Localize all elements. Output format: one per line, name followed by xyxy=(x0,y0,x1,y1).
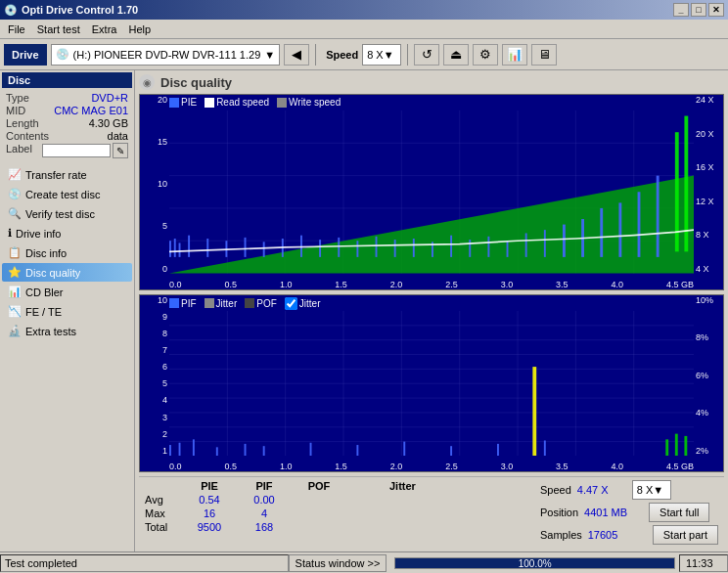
app-title: Opti Drive Control 1.70 xyxy=(22,4,138,16)
svg-rect-25 xyxy=(356,241,358,257)
svg-marker-12 xyxy=(169,176,694,274)
start-full-button[interactable]: Start full xyxy=(649,503,709,522)
svg-rect-34 xyxy=(525,233,527,256)
legend-pif: PIF xyxy=(169,298,197,309)
minimize-button[interactable]: _ xyxy=(673,3,689,17)
legend-jitter-label: Jitter xyxy=(216,298,238,309)
disc-label-field[interactable] xyxy=(42,144,111,157)
disc-label-input-group: ✎ xyxy=(42,143,128,158)
svg-rect-62 xyxy=(179,442,181,456)
disc-length-label: Length xyxy=(6,117,39,129)
progress-percent: 100.0% xyxy=(519,558,552,570)
svg-rect-74 xyxy=(665,439,668,456)
transfer-rate-icon: 📈 xyxy=(8,168,22,181)
menu-start-test[interactable]: Start test xyxy=(31,22,86,36)
samples-value: 17605 xyxy=(588,529,647,541)
total-label: Total xyxy=(145,521,174,533)
titlebar-controls[interactable]: _ □ ✕ xyxy=(673,3,724,17)
top-chart-y-right: 24 X 20 X 16 X 12 X 8 X 4 X xyxy=(694,95,723,274)
status-window-button[interactable]: Status window >> xyxy=(289,554,387,572)
avg-pif: 0.00 xyxy=(245,494,284,506)
speed-value: 8 X xyxy=(367,49,384,61)
toolbar-separator xyxy=(315,44,316,66)
stats-right: Speed 4.47 X 8 X ▼ Position 4401 MB Star… xyxy=(540,480,718,545)
status-message: Test completed xyxy=(5,557,77,569)
jitter-checkbox[interactable]: Jitter xyxy=(285,297,321,310)
sidebar-item-extra-tests[interactable]: 🔬 Extra tests xyxy=(2,322,132,340)
legend-pif-label: PIF xyxy=(181,298,197,309)
svg-rect-66 xyxy=(263,446,265,456)
bottom-chart: PIF Jitter POF Jitter xyxy=(139,294,724,472)
menu-file[interactable]: File xyxy=(2,22,31,36)
toolbar-extra-button[interactable]: 🖥 xyxy=(531,44,557,66)
sidebar-item-create-test-disc[interactable]: 💿 Create test disc xyxy=(2,185,132,203)
bottom-chart-legend: PIF Jitter POF Jitter xyxy=(169,297,320,310)
speed-select[interactable]: 8 X ▼ xyxy=(632,480,671,500)
disc-length-row: Length 4.30 GB xyxy=(6,117,128,129)
content-title-icon: ◉ xyxy=(139,74,155,90)
sidebar-item-fe-te[interactable]: 📉 FE / TE xyxy=(2,302,132,321)
max-label: Max xyxy=(145,507,174,519)
drive-dropdown[interactable]: 💿 (H:) PIONEER DVD-RW DVR-111 1.29 ▼ xyxy=(51,44,281,66)
menu-extra[interactable]: Extra xyxy=(86,22,123,36)
toolbar-eject-button[interactable]: ⏏ xyxy=(443,44,469,66)
menu-help[interactable]: Help xyxy=(122,22,157,36)
drive-info-icon: ℹ xyxy=(8,227,12,240)
titlebar-left: 💿 Opti Drive Control 1.70 xyxy=(4,4,138,17)
sidebar-item-disc-info[interactable]: 📋 Disc info xyxy=(2,243,132,262)
main-layout: Disc Type DVD+R MID CMC MAG E01 Length 4… xyxy=(0,70,728,551)
legend-jitter: Jitter xyxy=(205,298,238,309)
svg-rect-70 xyxy=(450,446,452,456)
cd-bler-icon: 📊 xyxy=(8,286,22,298)
top-chart-plot xyxy=(169,110,694,274)
disc-label-row: Label ✎ xyxy=(6,143,128,158)
top-chart-y-left: 20 15 10 5 0 xyxy=(140,95,169,274)
sidebar-item-drive-info[interactable]: ℹ Drive info xyxy=(2,224,132,242)
content-title: Disc quality xyxy=(160,75,232,90)
disc-type-value: DVD+R xyxy=(91,92,128,104)
sidebar-item-transfer-rate[interactable]: 📈 Transfer rate xyxy=(2,165,132,184)
start-part-button[interactable]: Start part xyxy=(653,525,718,545)
avg-label: Avg xyxy=(145,494,174,506)
max-pif: 4 xyxy=(245,507,284,519)
disc-info-section: Type DVD+R MID CMC MAG E01 Length 4.30 G… xyxy=(2,90,132,161)
avg-pof xyxy=(299,494,339,506)
disc-label-btn[interactable]: ✎ xyxy=(113,143,128,158)
bottom-chart-plot xyxy=(169,311,694,456)
toolbar-info-button[interactable]: 📊 xyxy=(502,44,527,66)
sidebar-item-label: Create test disc xyxy=(25,189,100,200)
sidebar-item-cd-bler[interactable]: 📊 CD Bler xyxy=(2,283,132,301)
svg-rect-32 xyxy=(487,237,489,257)
sidebar-item-verify-test-disc[interactable]: 🔍 Verify test disc xyxy=(2,204,132,223)
speed-stat-label: Speed xyxy=(540,484,571,496)
disc-quality-icon: ⭐ xyxy=(8,266,22,279)
stats-table: PIE PIF POF Jitter Avg 0.54 0.00 Max xyxy=(145,480,416,545)
legend-read-label: Read speed xyxy=(216,97,269,108)
svg-rect-31 xyxy=(469,240,471,257)
svg-rect-20 xyxy=(263,242,265,257)
disc-length-value: 4.30 GB xyxy=(89,117,128,129)
bottom-chart-y-left: 10 9 8 7 6 5 4 3 2 1 xyxy=(140,295,169,456)
top-chart-legend: PIE Read speed Write speed xyxy=(169,97,341,108)
toolbar-settings-button[interactable]: ⚙ xyxy=(473,44,498,66)
close-button[interactable]: ✕ xyxy=(708,3,724,17)
legend-write-label: Write speed xyxy=(289,97,341,108)
svg-rect-67 xyxy=(310,442,312,456)
jitter-check-input[interactable] xyxy=(285,297,297,310)
max-pie: 16 xyxy=(190,507,229,519)
svg-rect-23 xyxy=(319,240,321,257)
toolbar-back-button[interactable]: ◀ xyxy=(284,44,309,66)
position-label: Position xyxy=(540,507,578,518)
speed-dropdown[interactable]: 8 X ▼ xyxy=(362,44,401,66)
toolbar-refresh-button[interactable]: ↺ xyxy=(414,44,439,66)
svg-rect-40 xyxy=(638,192,641,257)
disc-mid-label: MID xyxy=(6,105,25,116)
app-icon: 💿 xyxy=(4,4,18,17)
bottom-chart-y-right: 10% 8% 6% 4% 2% xyxy=(694,295,723,456)
sidebar-item-disc-quality[interactable]: ⭐ Disc quality xyxy=(2,263,132,282)
disc-label-label: Label xyxy=(6,143,32,158)
legend-write-color xyxy=(277,98,287,108)
charts-area: PIE Read speed Write speed 20 15 10 xyxy=(139,94,724,548)
maximize-button[interactable]: □ xyxy=(691,3,706,17)
sidebar: Disc Type DVD+R MID CMC MAG E01 Length 4… xyxy=(0,70,135,551)
